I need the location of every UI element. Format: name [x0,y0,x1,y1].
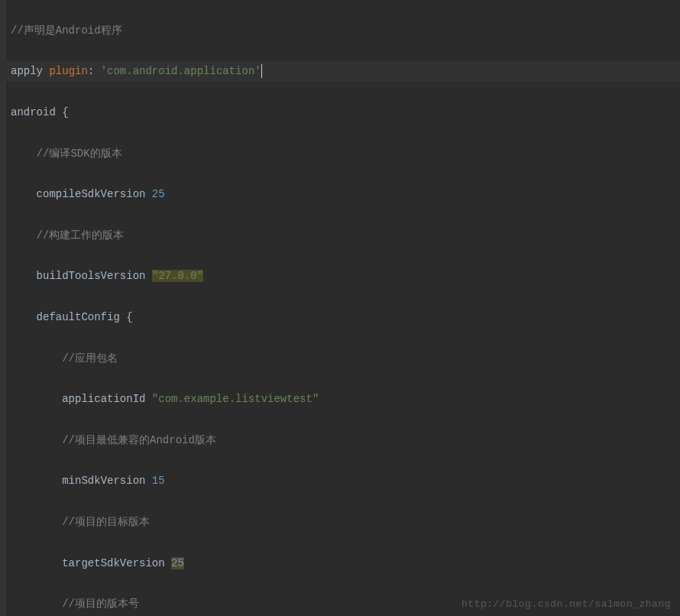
code-line[interactable]: buildToolsVersion "27.0.0" [0,266,680,287]
comment: //应用包名 [62,352,118,365]
ident-android: android [11,106,56,118]
code-line[interactable]: //编译SDK的版本 [0,144,680,164]
brace-open: { [126,311,132,323]
ident: defaultConfig [37,311,120,323]
code-line[interactable]: defaultConfig { [0,307,680,328]
brace-open: { [62,106,68,118]
comment: //编译SDK的版本 [37,148,122,160]
code-line[interactable]: applicationId "com.example.listviewtest" [0,389,680,410]
string: "com.example.listviewtest" [152,393,319,405]
ident: minSdkVersion [62,475,145,487]
code-line[interactable]: //项目最低兼容的Android版本 [0,430,680,451]
comment: //构建工作的版本 [37,229,125,242]
keyword-plugin: plugin [49,65,87,77]
code-line[interactable]: apply plugin: 'com.android.application' [0,61,680,82]
ident: compileSdkVersion [37,188,146,200]
cursor-icon [261,64,262,78]
code-line[interactable]: android { [0,102,680,123]
comment: //项目的版本号 [62,598,139,610]
code-editor[interactable]: //声明是Android程序 apply plugin: 'com.androi… [0,0,680,616]
comment: //项目最低兼容的Android版本 [62,434,216,446]
comment: //项目的目标版本 [62,516,150,528]
keyword-apply: apply [11,65,43,77]
code-line[interactable]: //应用包名 [0,349,680,369]
code-line[interactable]: //声明是Android程序 [0,21,680,41]
number: 15 [152,475,165,487]
string: "27.0.0" [152,270,203,282]
code-line[interactable]: //项目的目标版本 [0,512,680,533]
ident: targetSdkVersion [62,557,164,569]
number: 25 [152,188,165,200]
code-line[interactable]: targetSdkVersion 25 [0,553,680,574]
code-line[interactable]: minSdkVersion 15 [0,471,680,491]
comment: //声明是Android程序 [11,24,122,37]
ident: applicationId [62,393,145,405]
ident: buildToolsVersion [37,270,146,282]
watermark: http://blog.csdn.net/salmon_zhang [461,598,671,610]
code-line[interactable]: //构建工作的版本 [0,225,680,246]
string: 'com.android.application' [101,65,261,77]
code-line[interactable]: compileSdkVersion 25 [0,184,680,205]
number: 25 [171,557,184,569]
